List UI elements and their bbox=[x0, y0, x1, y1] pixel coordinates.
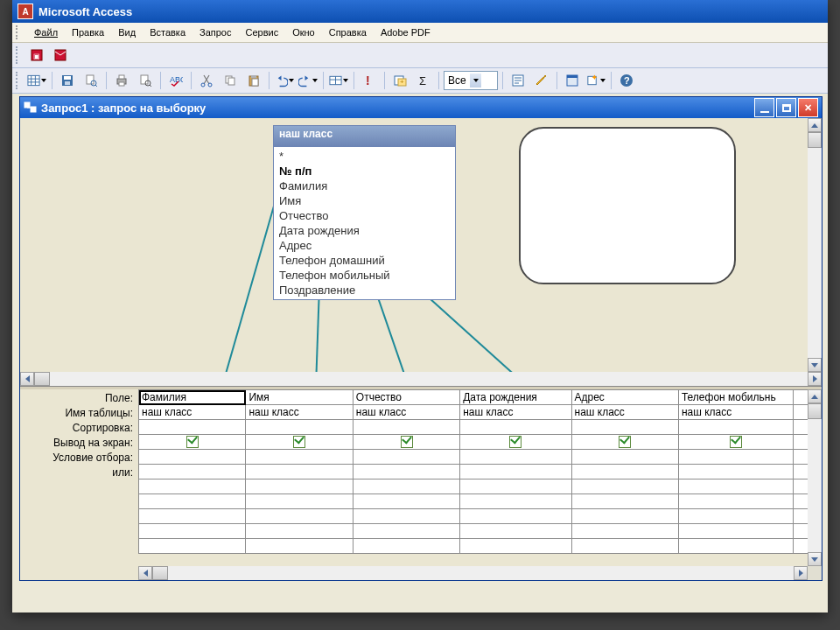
qbe-cell[interactable] bbox=[353, 509, 459, 524]
qbe-cell[interactable] bbox=[139, 420, 246, 435]
help-icon[interactable]: ? bbox=[616, 70, 637, 91]
scroll-v-track[interactable] bbox=[808, 132, 822, 358]
qbe-cell[interactable] bbox=[139, 450, 246, 465]
qbe-cell[interactable] bbox=[460, 435, 571, 450]
qbe-cell[interactable]: Телефон мобильнь bbox=[678, 390, 793, 405]
qbe-cell[interactable] bbox=[678, 494, 793, 509]
field-list-item[interactable]: Телефон домашний bbox=[277, 253, 452, 268]
field-list[interactable]: наш класс *№ п/пФамилияИмяОтчествоДата р… bbox=[273, 125, 456, 300]
show-checkbox[interactable] bbox=[293, 436, 305, 448]
qbe-cell[interactable]: Адрес bbox=[571, 390, 678, 405]
qbe-cell[interactable] bbox=[139, 480, 246, 494]
qbe-cell[interactable] bbox=[571, 539, 678, 554]
qbe-cell[interactable] bbox=[571, 435, 678, 450]
file-search-icon[interactable] bbox=[80, 70, 102, 91]
qbe-cell[interactable] bbox=[353, 480, 459, 494]
qbe-cell[interactable] bbox=[353, 494, 459, 509]
scroll-left-button[interactable] bbox=[138, 566, 152, 580]
qbe-cell[interactable] bbox=[571, 450, 678, 465]
menu-tools[interactable]: Сервис bbox=[239, 25, 284, 39]
qbe-cell[interactable] bbox=[246, 420, 353, 435]
qbe-cell[interactable]: Фамилия bbox=[139, 390, 246, 405]
field-list-item[interactable]: Дата рождения bbox=[277, 223, 452, 238]
qbe-cell[interactable] bbox=[246, 435, 353, 450]
build-icon[interactable] bbox=[531, 70, 552, 91]
show-checkbox[interactable] bbox=[509, 436, 522, 448]
scroll-v-thumb[interactable] bbox=[808, 403, 822, 419]
qbe-cell[interactable] bbox=[139, 509, 246, 524]
qbe-cell[interactable] bbox=[246, 509, 353, 524]
qbe-cell[interactable] bbox=[678, 480, 793, 494]
qbe-cell[interactable] bbox=[571, 465, 678, 480]
qbe-cell[interactable] bbox=[460, 480, 571, 494]
qbe-cell[interactable] bbox=[460, 494, 571, 509]
qbe-cell[interactable] bbox=[678, 509, 793, 524]
qbe-cell[interactable] bbox=[353, 435, 459, 450]
qbe-cell[interactable] bbox=[460, 450, 571, 465]
print-icon[interactable] bbox=[111, 70, 132, 91]
menu-view[interactable]: Вид bbox=[112, 25, 142, 39]
qbe-cell[interactable]: наш класс bbox=[678, 405, 793, 420]
scroll-up-button[interactable] bbox=[808, 389, 822, 403]
show-checkbox[interactable] bbox=[186, 436, 199, 448]
field-list-item[interactable]: Отчество bbox=[277, 208, 452, 223]
qbe-cell[interactable] bbox=[460, 465, 571, 480]
qbe-cell[interactable] bbox=[353, 524, 459, 539]
qbe-cell[interactable] bbox=[139, 524, 246, 539]
scroll-down-button[interactable] bbox=[808, 552, 822, 566]
qbe-cell[interactable] bbox=[678, 465, 793, 480]
qbe-cell[interactable]: наш класс bbox=[571, 405, 678, 420]
qbe-cell[interactable] bbox=[678, 435, 793, 450]
toolbar-handle[interactable] bbox=[16, 72, 22, 89]
adobe-pdf-mail-icon[interactable] bbox=[50, 45, 71, 66]
paste-icon[interactable] bbox=[243, 70, 264, 91]
show-checkbox[interactable] bbox=[619, 436, 631, 448]
qbe-table[interactable]: ФамилияИмяОтчествоДата рожденияАдресТеле… bbox=[138, 389, 822, 554]
field-list-title[interactable]: наш класс bbox=[274, 126, 455, 147]
qbe-cell[interactable] bbox=[678, 450, 793, 465]
qbe-cell[interactable] bbox=[139, 539, 246, 554]
menu-query[interactable]: Запрос bbox=[193, 25, 237, 39]
qbe-cell[interactable] bbox=[246, 450, 353, 465]
field-list-item[interactable]: Адрес bbox=[277, 238, 452, 253]
qbe-cell[interactable] bbox=[678, 539, 793, 554]
query-type-icon[interactable] bbox=[328, 70, 349, 91]
properties-icon[interactable] bbox=[508, 70, 528, 91]
qbe-h-scrollbar[interactable] bbox=[138, 566, 808, 580]
scroll-right-button[interactable] bbox=[794, 566, 808, 580]
qbe-cell[interactable] bbox=[139, 435, 246, 450]
field-list-item[interactable]: Телефон мобильный bbox=[277, 268, 452, 283]
qbe-cell[interactable] bbox=[460, 524, 571, 539]
save-icon[interactable] bbox=[57, 70, 78, 91]
qbe-cell[interactable] bbox=[353, 450, 459, 465]
menu-file[interactable]: Файл bbox=[28, 25, 64, 39]
field-list-item[interactable]: № п/п bbox=[277, 164, 452, 178]
cut-icon[interactable] bbox=[196, 70, 217, 91]
toolbar-handle[interactable] bbox=[16, 46, 22, 64]
view-datasheet-icon[interactable] bbox=[26, 70, 47, 91]
scroll-right-button[interactable] bbox=[808, 372, 822, 386]
qbe-cell[interactable] bbox=[460, 539, 571, 554]
scroll-h-track[interactable] bbox=[152, 566, 794, 580]
scroll-v-track[interactable] bbox=[808, 403, 822, 552]
qbe-cell[interactable] bbox=[353, 420, 459, 435]
run-icon[interactable]: ! bbox=[359, 70, 380, 91]
table-pane[interactable]: наш класс *№ п/пФамилияИмяОтчествоДата р… bbox=[20, 118, 822, 386]
qbe-cell[interactable] bbox=[246, 494, 353, 509]
upper-h-scrollbar[interactable] bbox=[20, 372, 822, 386]
redo-icon[interactable] bbox=[298, 70, 318, 91]
qbe-v-scrollbar[interactable] bbox=[808, 389, 822, 566]
menu-help[interactable]: Справка bbox=[323, 25, 373, 39]
qbe-cell[interactable] bbox=[246, 480, 353, 494]
field-list-item[interactable]: Имя bbox=[277, 193, 452, 208]
menu-insert[interactable]: Вставка bbox=[144, 25, 192, 39]
menu-edit[interactable]: Правка bbox=[66, 25, 110, 39]
scroll-v-thumb[interactable] bbox=[808, 132, 822, 148]
qbe-cell[interactable] bbox=[139, 465, 246, 480]
qbe-cell[interactable] bbox=[571, 420, 678, 435]
minimize-button[interactable] bbox=[754, 98, 774, 117]
child-title-bar[interactable]: Запрос1 : запрос на выборку bbox=[20, 97, 822, 118]
totals-icon[interactable]: Σ bbox=[413, 70, 434, 91]
show-table-icon[interactable]: + bbox=[389, 70, 410, 91]
qbe-cell[interactable] bbox=[571, 524, 678, 539]
